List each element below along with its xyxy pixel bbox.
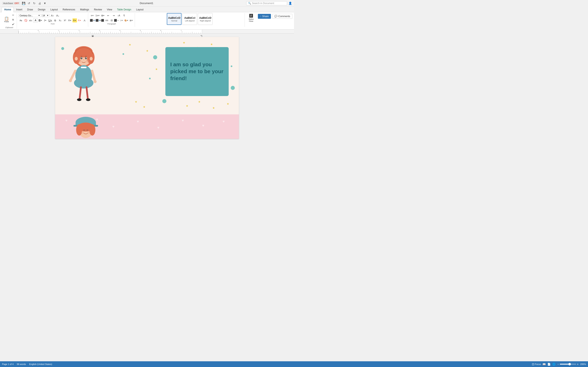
greeting-card-1[interactable]: ★ ★ ★ ★ ★ ★ ★ ★ ★ ★ ★ ★ ★ ★ ★ xyxy=(55,37,239,114)
more-icon[interactable]: ▼ xyxy=(43,1,47,5)
style-right-label: Right-aligned xyxy=(200,20,211,22)
decrease-indent-button[interactable]: ⇤ xyxy=(106,13,111,17)
style-right-aligned[interactable]: AaBbCcD Right-aligned xyxy=(198,13,213,25)
style-left-aligned[interactable]: AaBbCcl Left-aligned xyxy=(182,13,197,25)
left-margin xyxy=(0,34,18,183)
paste-group: 📋 Paste ✂ ⧉ 🖌 Clipboard xyxy=(2,13,17,29)
svg-rect-7 xyxy=(81,67,86,68)
svg-line-9 xyxy=(92,71,95,81)
sort-button[interactable]: ↕A xyxy=(116,13,121,17)
svg-point-20 xyxy=(86,57,86,58)
columns-button[interactable]: ⊟ xyxy=(109,18,114,22)
superscript-button[interactable]: X² xyxy=(63,18,67,22)
ribbon-tabs: Home Insert Draw Design Layout Reference… xyxy=(0,7,294,12)
paste-icon: 📋 xyxy=(4,17,9,20)
account-icon[interactable]: 👤 xyxy=(288,1,292,5)
text-color-button[interactable]: A▼ xyxy=(77,18,82,22)
tab-mailings[interactable]: Mailings xyxy=(78,7,91,12)
redo-icon[interactable]: ↻ xyxy=(33,1,36,5)
char-button[interactable]: A xyxy=(33,18,38,22)
rtl-button[interactable]: ⬛↔ xyxy=(114,18,119,22)
search-icon: 🔍 xyxy=(248,2,251,5)
svg-line-14 xyxy=(86,87,88,99)
friend-text-box[interactable]: I am so glad you picked me to be your fr… xyxy=(165,47,229,96)
shading-button[interactable]: 🎨▼ xyxy=(124,18,129,22)
decrease-font-button[interactable]: A↓ xyxy=(55,13,60,17)
tab-references[interactable]: References xyxy=(60,7,78,12)
strikethrough-button[interactable]: S xyxy=(53,18,57,22)
cut-button[interactable]: ✂ xyxy=(11,13,16,17)
autosave-badge[interactable]: AutoSave OFF xyxy=(2,2,20,5)
font-row-1: Century Go... ▼ 14 ▼ A↑ A↓ xyxy=(18,13,87,17)
style-right-preview: AaBbCcD xyxy=(199,16,211,19)
share-button[interactable]: ↑ Share xyxy=(258,14,271,19)
bullet-list-button[interactable]: ≡▼ xyxy=(90,13,95,17)
format-painter-button[interactable]: 🖌 xyxy=(11,22,16,26)
star-13: ★ xyxy=(227,102,229,105)
font-row-2: Aa 🚫 abc A B▼ I▼ U▼ S X₂ X² A▼ A▼ A▼ A xyxy=(18,18,87,22)
svg-point-27 xyxy=(87,59,87,60)
clear-format-button[interactable]: 🚫 xyxy=(24,18,28,22)
font-dropdown-arrow: ▼ xyxy=(38,15,40,17)
show-marks-button[interactable]: ¶ xyxy=(122,13,127,17)
tab-layout-2[interactable]: Layout xyxy=(134,7,146,12)
font-case-button[interactable]: Aa xyxy=(18,18,23,22)
tab-draw[interactable]: Draw xyxy=(25,7,35,12)
highlight-button[interactable]: A▼ xyxy=(72,18,77,22)
bold-button[interactable]: B▼ xyxy=(38,18,43,22)
style-left-preview: AaBbCcl xyxy=(184,16,195,19)
font-name-selector[interactable]: Century Go... ▼ xyxy=(18,14,41,17)
font-color-button[interactable]: A▼ xyxy=(68,18,72,22)
increase-font-button[interactable]: A↑ xyxy=(50,13,55,17)
justify-button[interactable]: ≡≡ xyxy=(104,18,109,22)
copy-button[interactable]: ⧉ xyxy=(11,17,16,22)
numbered-list-button[interactable]: 1≡▼ xyxy=(95,13,100,17)
tab-review[interactable]: Review xyxy=(91,7,104,12)
style-left-label: Left-aligned xyxy=(185,20,195,22)
svg-line-8 xyxy=(71,71,75,80)
styles-pane-button[interactable]: 🅰 Styles Pane xyxy=(246,13,256,23)
borders-button[interactable]: ⊞▼ xyxy=(129,18,134,22)
tab-home[interactable]: Home xyxy=(2,7,14,12)
abc-button[interactable]: abc xyxy=(28,18,33,22)
tab-layout[interactable]: Layout xyxy=(48,7,60,12)
svg-point-30 xyxy=(75,57,78,60)
font-size-selector[interactable]: 14 ▼ xyxy=(42,14,50,17)
text-effect-button[interactable]: A xyxy=(82,18,87,22)
style-normal[interactable]: AaBbCcD Normal xyxy=(167,13,182,25)
star-14: ★ xyxy=(135,100,138,103)
subscript-button[interactable]: X₂ xyxy=(58,18,62,22)
svg-point-23 xyxy=(86,59,89,63)
comments-button[interactable]: 💬 Comments xyxy=(272,14,292,19)
comments-label: Comments xyxy=(278,15,290,18)
align-right-button[interactable]: ≡⬛ xyxy=(100,18,104,22)
increase-indent-button[interactable]: ⇥ xyxy=(111,13,116,17)
italic-button[interactable]: I▼ xyxy=(43,18,48,22)
underline-button[interactable]: U▼ xyxy=(48,18,52,22)
paste-button[interactable]: 📋 Paste xyxy=(3,16,10,23)
search-box[interactable]: 🔍 Search in Document xyxy=(246,1,287,5)
undo-icon[interactable]: ↺ xyxy=(27,1,31,5)
svg-point-18 xyxy=(85,57,87,59)
line-spacing-button[interactable]: ↕▼ xyxy=(119,18,124,22)
svg-point-19 xyxy=(81,57,82,58)
dot-11 xyxy=(231,86,235,90)
tab-view[interactable]: View xyxy=(104,7,115,12)
girl-svg xyxy=(61,41,106,106)
tab-insert[interactable]: Insert xyxy=(14,7,25,12)
font-size-value: 14 xyxy=(43,14,45,17)
save-icon[interactable]: 💾 xyxy=(22,1,26,5)
star-1: ★ xyxy=(129,43,131,46)
tab-table-design[interactable]: Table Design xyxy=(114,7,134,12)
font-size-arrow: ▼ xyxy=(47,15,49,17)
print-icon[interactable]: 🖨 xyxy=(38,1,42,5)
multilevel-list-button[interactable]: ⊞▼ xyxy=(100,13,105,17)
star-15: ★ xyxy=(143,105,146,108)
align-left-button[interactable]: ⬛≡ xyxy=(90,18,94,22)
font-group-label: Font xyxy=(51,23,54,25)
align-center-button[interactable]: ≡⬛≡ xyxy=(95,18,99,22)
svg-point-29 xyxy=(89,60,89,60)
greeting-card-2-partial[interactable]: ♥ ♥ ♥ ♥ ♥ ♥ ♥ ♥ ♥ xyxy=(55,114,239,139)
ribbon: 📋 Paste ✂ ⧉ 🖌 Clipboard Century Go... ▼ … xyxy=(0,12,294,30)
tab-design[interactable]: Design xyxy=(35,7,48,12)
